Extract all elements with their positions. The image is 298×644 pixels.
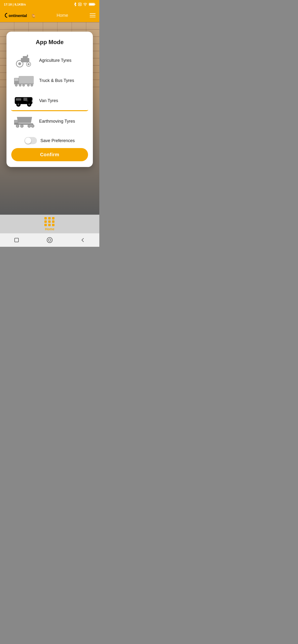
svg-point-25 — [20, 85, 21, 86]
square-icon — [14, 237, 20, 243]
hamburger-line3 — [90, 17, 95, 17]
truck-icon — [14, 73, 35, 88]
van-icon — [14, 94, 35, 108]
bottom-nav: Home — [0, 215, 99, 233]
logo-svg: ontinental 🐎 — [4, 12, 35, 19]
app-header: ontinental 🐎 Home — [0, 8, 99, 22]
svg-point-27 — [23, 85, 24, 86]
svg-point-39 — [28, 104, 30, 106]
svg-rect-54 — [15, 238, 19, 242]
nav-dot-7 — [44, 224, 47, 226]
mode-item-truck[interactable]: Truck & Bus Tyres — [11, 70, 88, 90]
home-grid-icon[interactable] — [44, 217, 55, 226]
status-bar: 17:18 | 9,1KB/s — [0, 0, 99, 8]
mode-item-van[interactable]: Van Tyres — [11, 90, 88, 111]
svg-marker-42 — [17, 117, 32, 123]
app-mode-modal: App Mode — [7, 32, 93, 167]
nav-dot-3 — [52, 217, 54, 220]
svg-point-53 — [32, 125, 33, 126]
agriculture-label: Agriculture Tyres — [39, 58, 72, 63]
nav-dot-5 — [48, 220, 51, 223]
svg-text:🐎: 🐎 — [32, 14, 35, 18]
home-button[interactable] — [46, 237, 53, 244]
svg-line-1 — [74, 4, 75, 5]
status-icons — [73, 2, 95, 6]
svg-rect-8 — [89, 4, 94, 5]
save-preferences-row: Save Preferences — [11, 137, 88, 144]
svg-rect-12 — [23, 56, 28, 60]
mode-list: Agriculture Tyres — [11, 50, 88, 131]
tractor-icon — [14, 53, 35, 68]
confirm-button[interactable]: Confirm — [11, 148, 88, 161]
nav-dot-2 — [48, 217, 51, 220]
svg-point-47 — [17, 125, 18, 126]
svg-point-15 — [18, 62, 21, 65]
svg-point-51 — [29, 125, 30, 126]
continental-logo: ontinental 🐎 — [4, 12, 35, 19]
svg-rect-20 — [19, 76, 34, 84]
svg-point-17 — [28, 63, 30, 65]
svg-rect-35 — [24, 98, 27, 101]
svg-rect-41 — [26, 100, 28, 101]
toggle-knob — [25, 138, 31, 144]
nav-dot-9 — [52, 224, 54, 226]
svg-rect-40 — [32, 100, 33, 102]
wifi-icon — [83, 3, 87, 6]
svg-rect-7 — [95, 4, 95, 5]
nav-dot-1 — [44, 217, 47, 220]
save-preferences-toggle[interactable] — [25, 137, 37, 144]
dumptruck-icon — [14, 114, 35, 128]
svg-rect-19 — [15, 78, 19, 81]
svg-point-29 — [28, 85, 29, 86]
home-circle-icon — [47, 237, 53, 243]
save-preferences-label: Save Preferences — [40, 138, 75, 143]
status-time-network: 17:18 | 9,1KB/s — [4, 3, 26, 6]
nav-dot-8 — [48, 224, 51, 226]
hamburger-line2 — [90, 15, 95, 16]
svg-point-5 — [85, 6, 85, 6]
svg-point-49 — [21, 125, 23, 126]
svg-text:ontinental: ontinental — [9, 14, 27, 18]
system-nav — [0, 233, 99, 247]
mode-item-agriculture[interactable]: Agriculture Tyres — [11, 50, 88, 70]
mode-item-earthmoving[interactable]: Earthmoving Tyres — [11, 111, 88, 131]
hamburger-menu[interactable] — [90, 14, 95, 17]
background-area: App Mode — [0, 22, 99, 215]
earthmoving-label: Earthmoving Tyres — [39, 119, 75, 124]
svg-point-56 — [49, 239, 51, 241]
svg-point-23 — [16, 85, 17, 86]
hamburger-line1 — [90, 14, 95, 14]
truck-label: Truck & Bus Tyres — [39, 78, 74, 83]
nav-dot-4 — [44, 220, 47, 223]
svg-rect-34 — [16, 98, 21, 100]
svg-rect-44 — [15, 120, 18, 122]
modal-title: App Mode — [11, 39, 88, 46]
close-icon — [78, 3, 82, 6]
header-title: Home — [57, 13, 68, 18]
svg-point-37 — [18, 104, 19, 106]
bluetooth-icon — [73, 2, 77, 6]
van-label: Van Tyres — [39, 98, 58, 103]
back-arrow-icon — [80, 237, 86, 243]
svg-point-55 — [47, 238, 52, 243]
nav-dot-6 — [52, 220, 54, 223]
recent-apps-button[interactable] — [13, 237, 20, 244]
svg-rect-13 — [27, 54, 28, 57]
home-nav-label: Home — [45, 227, 54, 231]
back-button[interactable] — [79, 237, 86, 244]
battery-icon — [89, 3, 95, 6]
svg-point-31 — [31, 85, 32, 86]
